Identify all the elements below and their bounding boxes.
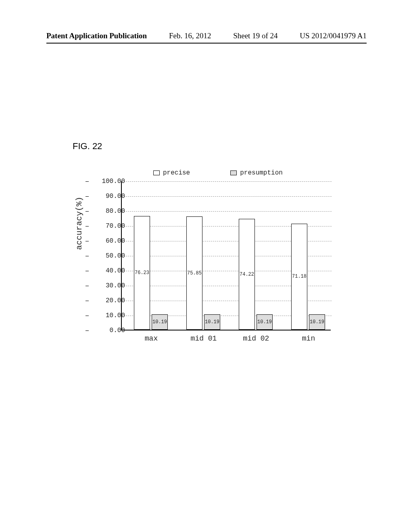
y-axis-label: accuracy(%) xyxy=(75,197,84,250)
bar-presumption: 10.19 xyxy=(257,314,273,330)
bar-presumption: 10.19 xyxy=(309,314,325,330)
bar-value-label: 75.85 xyxy=(187,270,202,276)
bar-value-label: 10.19 xyxy=(257,319,272,325)
chart-legend: precise presumption xyxy=(153,169,283,177)
y-tick xyxy=(86,181,89,182)
header-date: Feb. 16, 2012 xyxy=(169,31,211,40)
bar-value-label: 74.22 xyxy=(240,272,254,277)
bar-precise: 75.85 xyxy=(186,216,202,330)
header-pubno: US 2012/0041979 A1 xyxy=(300,31,367,40)
bar-precise: 74.22 xyxy=(239,219,255,330)
y-tick-label: 10.00 xyxy=(97,312,125,319)
y-tick-label: 90.00 xyxy=(97,193,125,200)
legend-swatch-presumption xyxy=(230,170,237,175)
bar-value-label: 76.23 xyxy=(135,270,149,276)
patent-page: Patent Application Publication Feb. 16, … xyxy=(0,0,413,532)
bar-value-label: 71.18 xyxy=(292,274,307,279)
y-tick-label: 100.00 xyxy=(97,178,125,185)
legend-label-presumption: presumption xyxy=(240,169,283,177)
y-tick-label: 0.00 xyxy=(97,327,125,334)
y-tick-label: 40.00 xyxy=(97,267,125,274)
header-sheet: Sheet 19 of 24 xyxy=(233,31,277,40)
bars-container: 76.2310.1975.8510.1974.2210.1971.1810.19 xyxy=(122,181,332,330)
y-tick xyxy=(86,211,89,212)
legend-item-precise: precise xyxy=(153,169,190,177)
bar-value-label: 10.19 xyxy=(310,319,324,325)
y-tick-label: 50.00 xyxy=(97,252,125,260)
y-tick xyxy=(86,286,89,286)
legend-label-precise: precise xyxy=(163,169,190,177)
bar-precise: 76.23 xyxy=(134,216,150,330)
y-tick-label: 30.00 xyxy=(97,282,125,289)
y-tick xyxy=(86,301,89,301)
y-tick xyxy=(86,196,89,197)
accuracy-bar-chart: precise presumption accuracy(%) 76.2310.… xyxy=(89,169,339,355)
y-tick xyxy=(86,316,89,316)
bar-presumption: 10.19 xyxy=(152,314,168,330)
y-tick-label: 70.00 xyxy=(97,222,125,230)
header-left: Patent Application Publication xyxy=(46,31,147,40)
y-tick-label: 60.00 xyxy=(97,237,125,245)
y-tick xyxy=(86,241,89,241)
x-tick-label: mid 01 xyxy=(186,335,222,343)
y-tick xyxy=(86,330,89,331)
y-tick xyxy=(86,226,89,227)
y-tick-label: 80.00 xyxy=(97,208,125,215)
figure-label: FIG. 22 xyxy=(73,141,102,152)
bar-value-label: 10.19 xyxy=(205,319,219,325)
bar-presumption: 10.19 xyxy=(204,314,220,330)
bar-value-label: 10.19 xyxy=(152,319,167,325)
page-header: Patent Application Publication Feb. 16, … xyxy=(0,31,413,44)
bar-precise: 71.18 xyxy=(291,224,307,330)
plot-area: 76.2310.1975.8510.1974.2210.1971.1810.19 xyxy=(121,181,331,330)
y-tick xyxy=(86,271,89,271)
x-tick-label: mid 02 xyxy=(238,335,274,343)
legend-swatch-precise xyxy=(153,170,160,175)
x-tick-label: max xyxy=(133,335,169,343)
y-tick-label: 20.00 xyxy=(97,297,125,304)
x-tick-label: min xyxy=(290,335,327,343)
y-tick xyxy=(86,256,89,256)
legend-item-presumption: presumption xyxy=(230,169,283,177)
header-rule xyxy=(46,43,367,44)
header-row: Patent Application Publication Feb. 16, … xyxy=(0,31,413,43)
